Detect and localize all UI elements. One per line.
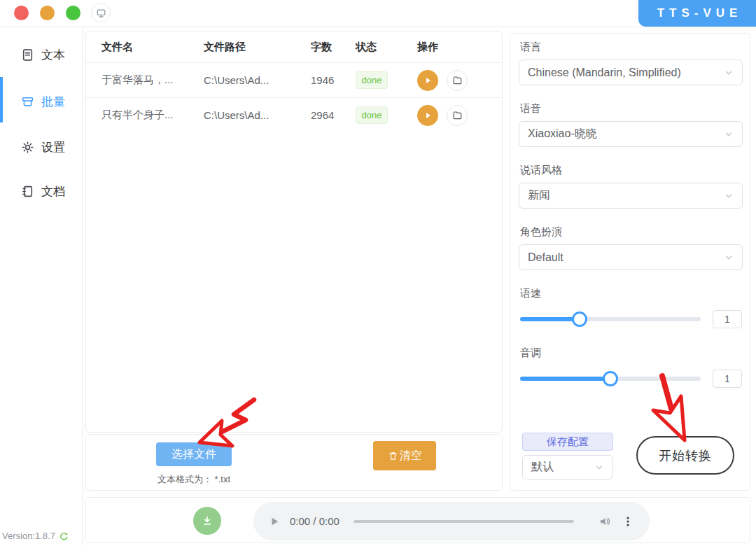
language-label: 语言 — [520, 41, 743, 54]
refresh-icon[interactable] — [59, 531, 69, 541]
file-path: C:\Users\Ad... — [204, 74, 311, 86]
pitch-slider-row: 1 — [520, 370, 743, 388]
sidebar-item-label: 批量 — [41, 94, 65, 110]
style-select[interactable]: 新闻 — [519, 183, 743, 209]
audio-progress-bar[interactable] — [354, 520, 574, 523]
maximize-window-button[interactable] — [66, 6, 80, 20]
table-row: 于富华落马，... C:\Users\Ad... 1946 done — [86, 62, 502, 97]
sidebar-item-label: 设置 — [41, 139, 65, 155]
version-info: Version:1.8.7 — [2, 531, 69, 541]
folder-icon — [452, 110, 463, 120]
more-options-icon[interactable] — [622, 515, 634, 528]
clear-button-label: 清空 — [400, 449, 422, 463]
sidebar-item-text[interactable]: 文本 — [0, 35, 83, 74]
speed-slider-row: 1 — [520, 310, 743, 328]
sidebar: 文本 批量 设置 文档 — [0, 27, 83, 546]
column-header-wordcount: 字数 — [311, 41, 356, 54]
audio-player: 0:00 / 0:00 — [253, 502, 650, 540]
file-name: 于富华落马，... — [102, 74, 204, 87]
clear-list-button[interactable]: 清空 — [373, 441, 436, 470]
minimize-window-button[interactable] — [40, 6, 55, 20]
role-value: Default — [528, 251, 564, 264]
chevron-down-icon — [724, 253, 734, 262]
speed-value-input[interactable]: 1 — [713, 310, 742, 328]
pitch-slider-fill — [520, 377, 610, 381]
open-folder-button[interactable] — [447, 70, 468, 91]
close-window-button[interactable] — [14, 6, 29, 20]
audio-player-bar: 0:00 / 0:00 — [85, 497, 750, 543]
column-header-filepath: 文件路径 — [204, 41, 311, 54]
sidebar-item-docs[interactable]: 文档 — [0, 172, 83, 211]
trash-icon — [388, 451, 398, 461]
volume-icon[interactable] — [598, 514, 612, 528]
monitor-button[interactable] — [91, 3, 111, 22]
format-hint: 文本格式为： *.txt — [158, 473, 230, 486]
pitch-slider[interactable] — [520, 377, 701, 381]
column-header-status: 状态 — [356, 41, 417, 54]
language-select[interactable]: Chinese (Mandarin, Simplified) — [519, 59, 743, 85]
chevron-down-icon — [594, 463, 604, 472]
style-value: 新闻 — [528, 188, 550, 203]
table-header: 文件名 文件路径 字数 状态 操作 — [86, 31, 502, 62]
sidebar-item-batch[interactable]: 批量 — [0, 82, 83, 121]
speed-slider-handle[interactable] — [572, 312, 587, 327]
chevron-down-icon — [724, 191, 734, 201]
book-icon — [21, 185, 34, 198]
batch-icon — [21, 95, 34, 108]
role-label: 角色扮演 — [520, 225, 743, 239]
column-header-actions: 操作 — [417, 41, 502, 54]
word-count: 2964 — [311, 109, 356, 121]
chevron-down-icon — [724, 130, 734, 139]
play-file-button[interactable] — [417, 105, 438, 126]
play-icon — [423, 111, 433, 120]
file-name: 只有半个身子... — [102, 108, 204, 122]
select-file-button[interactable]: 选择文件 — [156, 442, 232, 466]
chevron-down-icon — [724, 68, 734, 78]
voice-label: 语音 — [520, 102, 743, 115]
word-count: 1946 — [311, 74, 356, 86]
app-logo: TTS-VUE — [638, 0, 756, 27]
download-audio-button[interactable] — [193, 507, 221, 535]
table-row: 只有半个身子... C:\Users\Ad... 2964 done — [86, 97, 502, 132]
sidebar-item-settings[interactable]: 设置 — [0, 127, 83, 167]
audio-time: 0:00 / 0:00 — [290, 515, 340, 527]
speed-slider[interactable] — [520, 317, 701, 321]
pitch-label: 音调 — [520, 346, 743, 360]
file-path: C:\Users\Ad... — [204, 109, 311, 121]
language-value: Chinese (Mandarin, Simplified) — [528, 66, 681, 79]
config-select[interactable]: 默认 — [522, 455, 613, 479]
gear-icon — [21, 141, 34, 154]
column-header-filename: 文件名 — [102, 41, 204, 54]
pitch-slider-handle[interactable] — [603, 371, 618, 386]
voice-select[interactable]: Xiaoxiao-晓晓 — [519, 121, 743, 147]
open-folder-button[interactable] — [447, 105, 468, 126]
config-select-value: 默认 — [531, 460, 554, 475]
voice-settings-panel: 语言 Chinese (Mandarin, Simplified) 语音 Xia… — [510, 33, 750, 491]
speed-label: 语速 — [520, 287, 743, 300]
version-text: Version:1.8.7 — [2, 531, 55, 541]
status-badge: done — [356, 106, 388, 124]
play-file-button[interactable] — [417, 70, 438, 91]
style-label: 说话风格 — [520, 164, 743, 177]
monitor-icon — [95, 7, 107, 19]
download-icon — [201, 514, 214, 527]
file-actions-bar: 选择文件 文本格式为： *.txt 清空 — [85, 434, 503, 491]
audio-play-icon[interactable] — [269, 516, 280, 527]
sidebar-item-label: 文档 — [41, 183, 65, 200]
sidebar-item-label: 文本 — [41, 47, 65, 63]
tts-vue-window: TTS-VUE 文本 批量 设置 — [0, 0, 756, 546]
play-icon — [423, 76, 433, 85]
titlebar: TTS-VUE — [0, 0, 756, 27]
start-convert-button[interactable]: 开始转换 — [636, 436, 734, 475]
voice-value: Xiaoxiao-晓晓 — [528, 127, 597, 141]
folder-icon — [452, 75, 463, 85]
role-select[interactable]: Default — [519, 244, 743, 270]
document-icon — [21, 48, 34, 62]
save-config-button[interactable]: 保存配置 — [522, 433, 613, 451]
pitch-value-input[interactable]: 1 — [713, 370, 742, 388]
speed-slider-fill — [520, 317, 580, 321]
batch-file-table: 文件名 文件路径 字数 状态 操作 于富华落马，... C:\Users\Ad.… — [85, 31, 503, 433]
status-badge: done — [356, 71, 388, 89]
